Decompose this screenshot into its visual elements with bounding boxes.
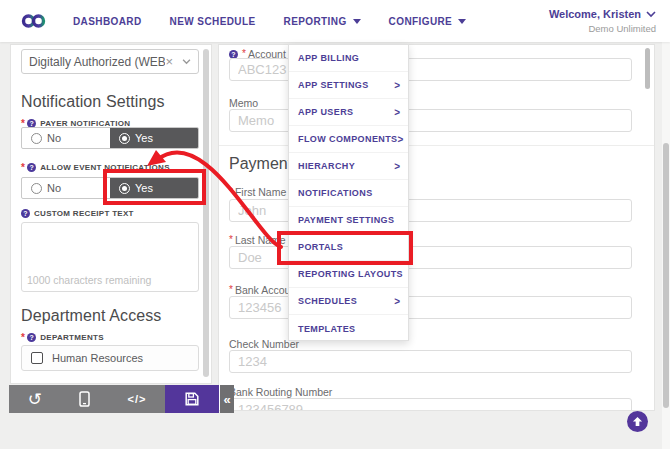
allow-event-notifications-no[interactable]: No <box>22 178 110 198</box>
code-view-icon[interactable]: </> <box>127 393 146 405</box>
menu-item-templates[interactable]: TEMPLATES <box>289 315 408 342</box>
scroll-to-top-button[interactable] <box>627 411 648 432</box>
human-resources-checkbox[interactable] <box>31 352 43 364</box>
authorization-type-select[interactable]: Digitally Authorized (WEB) × <box>21 49 199 74</box>
menu-item-flow-components[interactable]: FLOW COMPONENTS> <box>289 126 408 153</box>
configure-dropdown-menu: APP BILLING APP SETTINGS> APP USERS> FLO… <box>288 44 409 341</box>
nav-configure-label: CONFIGURE <box>389 16 453 27</box>
custom-receipt-text-label-text: CUSTOM RECEIPT TEXT <box>34 209 134 218</box>
menu-item-app-users[interactable]: APP USERS> <box>289 99 408 126</box>
allow-event-notifications-label: * ? ALLOW EVENT NOTIFICATIONS <box>21 163 170 172</box>
nav-configure[interactable]: CONFIGURE <box>389 16 467 27</box>
nav-dashboard-label: DASHBOARD <box>73 16 142 27</box>
bank-routing-number-input[interactable] <box>229 398 632 411</box>
radio-selected-icon <box>119 183 130 194</box>
characters-remaining-hint: 1000 characters remaining <box>27 274 151 286</box>
chevron-right-icon: > <box>394 107 400 118</box>
caret-down-icon <box>353 19 361 24</box>
clear-icon[interactable]: × <box>165 54 173 69</box>
menu-item-portals[interactable]: PORTALS <box>289 234 408 261</box>
allow-event-notifications-yes[interactable]: Yes <box>110 178 198 198</box>
chevron-down-icon[interactable] <box>182 59 191 65</box>
nav-dashboard[interactable]: DASHBOARD <box>73 16 142 27</box>
undo-icon[interactable]: ↺ <box>28 391 42 408</box>
nav-new-schedule-label: NEW SCHEDULE <box>170 16 256 27</box>
welcome-label: Welcome, Kristen <box>549 8 641 20</box>
yes-label: Yes <box>135 132 153 144</box>
last-name-label-text: Last Name <box>235 234 286 246</box>
help-icon[interactable]: ? <box>27 163 36 172</box>
app-logo[interactable] <box>20 12 47 30</box>
custom-receipt-text-label: ? CUSTOM RECEIPT TEXT <box>21 209 134 218</box>
save-button[interactable] <box>165 385 219 413</box>
payer-notification-yes[interactable]: Yes <box>110 128 198 148</box>
nav-new-schedule[interactable]: NEW SCHEDULE <box>170 16 256 27</box>
menu-item-label: SCHEDULES <box>298 296 357 306</box>
chevron-right-icon: > <box>394 296 400 307</box>
menu-item-reporting-layouts[interactable]: REPORTING LAYOUTS <box>289 261 408 288</box>
bank-routing-number-label-text: Bank Routing Number <box>229 386 332 398</box>
chevron-right-icon: > <box>398 134 404 145</box>
arrow-up-icon <box>632 416 643 427</box>
menu-item-schedules[interactable]: SCHEDULES> <box>289 288 408 315</box>
department-access-heading: Department Access <box>21 307 161 325</box>
custom-receipt-textarea[interactable]: 1000 characters remaining <box>21 222 199 292</box>
panel-scrollbar[interactable] <box>203 49 209 377</box>
notification-settings-heading: Notification Settings <box>21 93 165 111</box>
departments-label: * ? DEPARTMENTS <box>21 333 104 342</box>
required-asterisk: * <box>242 51 246 57</box>
required-asterisk: * <box>21 335 25 341</box>
allow-event-notifications-toggle: No Yes <box>21 177 199 199</box>
no-label: No <box>47 132 61 144</box>
authorization-type-value: Digitally Authorized (WEB) <box>29 55 165 69</box>
required-asterisk: * <box>21 165 25 171</box>
required-asterisk: * <box>21 121 25 127</box>
nav-reporting[interactable]: REPORTING <box>284 16 361 27</box>
memo-label-text: Memo <box>229 97 258 109</box>
help-icon[interactable]: ? <box>21 209 30 218</box>
memo-label: Memo <box>229 97 258 109</box>
user-menu[interactable]: Welcome, Kristen <box>549 8 656 20</box>
nav-reporting-label: REPORTING <box>284 16 347 27</box>
collapse-panel-button[interactable]: « <box>220 385 234 413</box>
collapse-icon: « <box>223 392 230 407</box>
menu-item-label: NOTIFICATIONS <box>298 188 373 198</box>
menu-item-app-settings[interactable]: APP SETTINGS> <box>289 72 408 99</box>
check-number-input[interactable] <box>229 350 632 373</box>
menu-item-label: APP BILLING <box>298 53 359 63</box>
payer-notification-no[interactable]: No <box>22 128 110 148</box>
department-option-row: Human Resources <box>21 345 199 371</box>
no-label: No <box>47 182 61 194</box>
menu-item-notifications[interactable]: NOTIFICATIONS <box>289 180 408 207</box>
window-scrollbar-thumb[interactable] <box>663 143 669 408</box>
last-name-label: * Last Name <box>229 234 286 246</box>
mobile-preview-icon[interactable] <box>79 391 90 407</box>
save-floppy-icon <box>185 392 199 406</box>
required-asterisk: * <box>229 189 233 195</box>
help-icon[interactable]: ? <box>27 333 36 342</box>
required-asterisk: * <box>229 287 233 293</box>
toolbar-gray-section: ↺ </> <box>9 385 165 413</box>
menu-item-app-billing[interactable]: APP BILLING <box>289 45 408 72</box>
menu-item-label: PORTALS <box>298 242 343 252</box>
infinity-logo-icon <box>20 12 47 30</box>
chevron-down-icon <box>646 11 656 18</box>
form-scrollbar[interactable] <box>645 48 650 89</box>
required-asterisk: * <box>229 237 233 243</box>
chevron-right-icon: > <box>394 80 400 91</box>
menu-item-label: APP USERS <box>298 107 353 117</box>
radio-selected-icon <box>119 133 130 144</box>
radio-unselected-icon <box>31 133 42 144</box>
chevron-right-icon: > <box>394 161 400 172</box>
section-divider <box>219 145 655 146</box>
menu-item-payment-settings[interactable]: PAYMENT SETTINGS <box>289 207 408 234</box>
menu-item-label: REPORTING LAYOUTS <box>298 269 403 279</box>
caret-down-icon <box>458 19 466 24</box>
window-scrollbar[interactable] <box>662 0 670 449</box>
menu-item-hierarchy[interactable]: HIERARCHY> <box>289 153 408 180</box>
menu-item-label: TEMPLATES <box>298 324 355 334</box>
payer-notification-toggle: No Yes <box>21 127 199 149</box>
payment-form-card: ? * Account Number Memo Payment Informat… <box>218 44 655 411</box>
human-resources-label: Human Resources <box>52 352 143 364</box>
settings-panel: Digitally Authorized (WEB) × Notificatio… <box>10 44 212 384</box>
